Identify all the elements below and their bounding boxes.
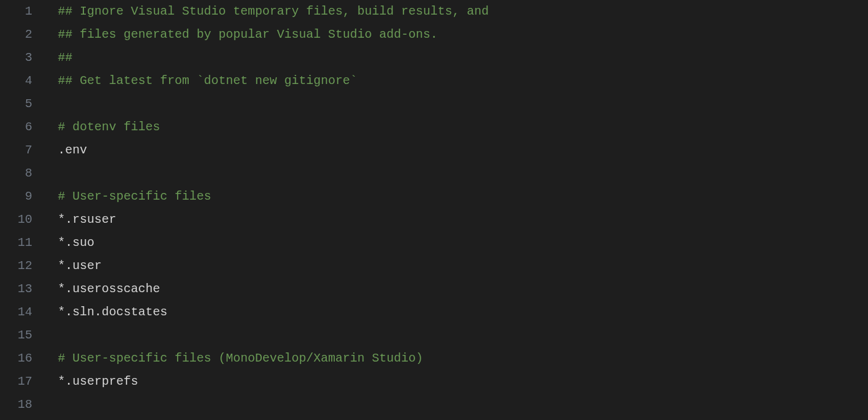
text-token: *.userosscache [58,282,160,296]
comment-token: # User-specific files [58,189,211,203]
code-line[interactable]: *.userprefs [58,370,868,393]
code-line[interactable]: # User-specific files (MonoDevelop/Xamar… [58,347,868,370]
line-number: 2 [0,23,32,46]
line-number: 3 [0,46,32,69]
line-number: 17 [0,370,32,393]
line-number: 13 [0,278,32,301]
code-line[interactable]: # dotenv files [58,116,868,139]
text-token: *.suo [58,236,94,250]
line-number: 7 [0,139,32,162]
code-line[interactable]: ## files generated by popular Visual Stu… [58,23,868,46]
line-number: 6 [0,116,32,139]
code-line[interactable] [58,393,868,416]
code-line[interactable]: *.userosscache [58,278,868,301]
code-line[interactable]: ## Ignore Visual Studio temporary files,… [58,0,868,23]
text-token: *.sln.docstates [58,305,167,319]
code-line[interactable]: ## Get latest from `dotnet new gitignore… [58,69,868,93]
code-line[interactable] [58,324,868,347]
line-number: 10 [0,208,32,231]
line-number: 15 [0,324,32,347]
comment-token: ## Ignore Visual Studio temporary files,… [58,4,489,18]
code-line[interactable]: *.rsuser [58,208,868,231]
line-number: 16 [0,347,32,370]
line-number: 18 [0,393,32,416]
line-number-gutter: 123456789101112131415161718 [0,0,46,420]
comment-token: # dotenv files [58,120,160,134]
code-line[interactable] [58,162,868,185]
text-token: *.user [58,259,102,273]
line-number: 11 [0,231,32,254]
code-line[interactable]: *.sln.docstates [58,301,868,324]
line-number: 9 [0,185,32,208]
comment-token: ## Get latest from `dotnet new gitignore… [58,74,357,88]
line-number: 12 [0,254,32,278]
text-token: *.userprefs [58,374,138,388]
code-line[interactable] [58,93,868,116]
comment-token: ## [58,51,72,65]
code-editor[interactable]: 123456789101112131415161718 ## Ignore Vi… [0,0,868,420]
code-content[interactable]: ## Ignore Visual Studio temporary files,… [46,0,868,420]
comment-token: ## files generated by popular Visual Stu… [58,27,438,41]
text-token: *.rsuser [58,212,116,226]
line-number: 4 [0,69,32,93]
code-line[interactable]: .env [58,139,868,162]
code-line[interactable]: ## [58,46,868,69]
text-token: .env [58,143,87,157]
line-number: 5 [0,93,32,116]
code-line[interactable]: *.suo [58,231,868,254]
line-number: 8 [0,162,32,185]
code-line[interactable]: *.user [58,254,868,278]
line-number: 1 [0,0,32,23]
line-number: 14 [0,301,32,324]
code-line[interactable]: # User-specific files [58,185,868,208]
comment-token: # User-specific files (MonoDevelop/Xamar… [58,351,423,365]
